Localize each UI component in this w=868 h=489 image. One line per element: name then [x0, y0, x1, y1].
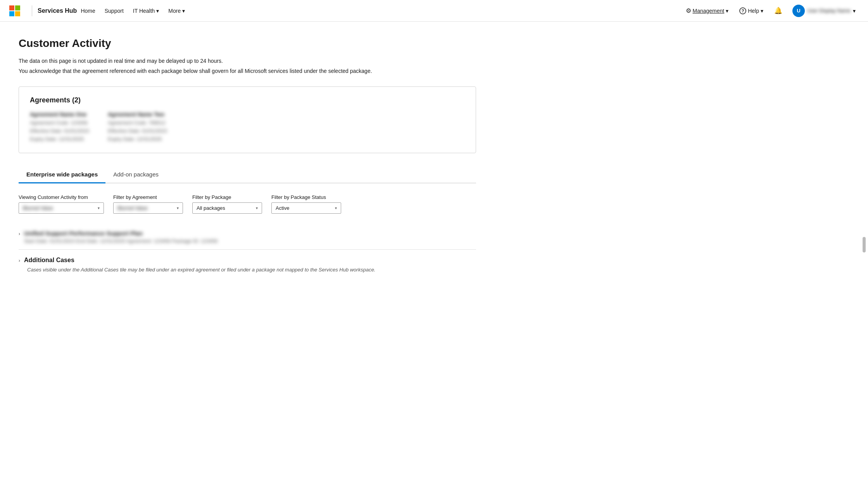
avatar: U	[792, 5, 805, 17]
more-label: More	[168, 8, 181, 14]
tab-enterprise-wide[interactable]: Enterprise wide packages	[19, 167, 105, 183]
nav-links: Home Support IT Health ▾ More ▾	[77, 5, 682, 16]
help-label: Help	[748, 8, 759, 14]
microsoft-logo-icon	[9, 5, 20, 16]
navigation-bar: Services Hub Home Support IT Health ▾ Mo…	[0, 0, 868, 22]
nav-right: ⚙ Management ▾ ? Help ▾ 🔔 U User Display…	[682, 3, 859, 19]
agreement-detail-2b: Effective Date: 01/01/2023	[108, 128, 167, 134]
agreement-detail-1a: Agreement Code: 123456	[30, 120, 89, 126]
agreement-chevron-icon: ▾	[177, 206, 179, 210]
it-health-chevron-icon: ▾	[156, 8, 159, 14]
agreement-detail-2a: Agreement Code: 789012	[108, 120, 167, 126]
package-filter-label: Filter by Package	[192, 194, 262, 200]
svg-rect-3	[15, 11, 20, 16]
additional-cases-desc: Cases visible under the Additional Cases…	[19, 267, 476, 273]
additional-cases-expand-icon: ›	[19, 258, 20, 263]
status-select[interactable]: Active ▾	[271, 202, 341, 214]
agreement-item-2[interactable]: Agreement Name Two Agreement Code: 78901…	[108, 111, 167, 142]
help-circle-icon: ?	[739, 7, 746, 14]
page-title: Customer Activity	[19, 37, 524, 50]
svg-rect-0	[9, 5, 14, 10]
user-menu[interactable]: U User Display Name ▾	[789, 3, 859, 19]
viewing-chevron-icon: ▾	[98, 206, 100, 210]
filter-group-agreement: Filter by Agreement Blurred Value ▾	[113, 194, 183, 214]
agreement-detail-1b: Effective Date: 01/01/2023	[30, 128, 89, 134]
more-chevron-icon: ▾	[182, 8, 185, 14]
package-select[interactable]: All packages ▾	[192, 202, 262, 214]
page-desc-2: You acknowledge that the agreement refer…	[19, 67, 524, 75]
management-button[interactable]: ⚙ Management ▾	[682, 5, 733, 17]
user-chevron-icon: ▾	[853, 8, 856, 14]
management-label: Management	[693, 8, 725, 14]
package-value: All packages	[197, 205, 251, 211]
gear-icon: ⚙	[686, 7, 691, 14]
package-meta: Start Date: 01/01/2023 End Date: 12/31/2…	[24, 238, 217, 244]
tab-addon-packages[interactable]: Add-on packages	[105, 167, 166, 183]
notification-bell-icon: 🔔	[774, 7, 782, 15]
status-filter-label: Filter by Package Status	[271, 194, 341, 200]
it-health-label: IT Health	[133, 8, 155, 14]
additional-cases-header[interactable]: › Additional Cases	[19, 257, 476, 264]
filter-group-status: Filter by Package Status Active ▾	[271, 194, 341, 214]
package-row-1: › Unified Support Performance Support Pl…	[19, 225, 476, 250]
scrollbar[interactable]	[863, 237, 866, 252]
nav-divider	[32, 5, 32, 16]
viewing-label: Viewing Customer Activity from	[19, 194, 104, 200]
filter-group-package: Filter by Package All packages ▾	[192, 194, 262, 214]
main-content: Customer Activity The data on this page …	[0, 22, 543, 300]
agreement-select[interactable]: Blurred Value ▾	[113, 202, 183, 214]
additional-cases-title: Additional Cases	[24, 257, 74, 264]
nav-link-home[interactable]: Home	[77, 5, 99, 16]
filter-group-viewing: Viewing Customer Activity from Blurred V…	[19, 194, 104, 214]
agreement-name-2: Agreement Name Two	[108, 111, 167, 117]
svg-rect-1	[15, 5, 20, 10]
package-header-content: Unified Support Performance Support Plan…	[24, 230, 217, 244]
agreement-detail-1c: Expiry Date: 12/31/2025	[30, 136, 89, 142]
filters-row: Viewing Customer Activity from Blurred V…	[19, 194, 476, 214]
status-value: Active	[276, 205, 330, 211]
agreements-title: Agreements (2)	[30, 96, 465, 104]
status-chevron-icon: ▾	[335, 206, 337, 210]
agreement-item-1[interactable]: Agreement Name One Agreement Code: 12345…	[30, 111, 89, 142]
package-name: Unified Support Performance Support Plan	[24, 230, 217, 237]
agreements-card: Agreements (2) Agreement Name One Agreem…	[19, 86, 476, 153]
nav-brand[interactable]: Services Hub	[38, 7, 77, 14]
packages-section: › Unified Support Performance Support Pl…	[19, 225, 476, 276]
nav-logo[interactable]	[9, 5, 20, 16]
help-chevron-icon: ▾	[761, 8, 763, 14]
nav-link-support[interactable]: Support	[101, 5, 128, 16]
agreement-filter-label: Filter by Agreement	[113, 194, 183, 200]
agreement-value: Blurred Value	[117, 205, 172, 211]
notification-button[interactable]: 🔔	[770, 4, 786, 17]
viewing-value: Blurred Value	[23, 205, 93, 211]
package-chevron-icon: ▾	[256, 206, 258, 210]
management-chevron-icon: ▾	[726, 8, 728, 14]
package-expand-icon: ›	[19, 231, 20, 237]
agreement-name-1: Agreement Name One	[30, 111, 89, 117]
nav-link-it-health[interactable]: IT Health ▾	[129, 5, 163, 16]
agreement-detail-2c: Expiry Date: 12/31/2025	[108, 136, 167, 142]
svg-rect-2	[9, 11, 14, 16]
package-header-1[interactable]: › Unified Support Performance Support Pl…	[19, 230, 476, 244]
viewing-select[interactable]: Blurred Value ▾	[19, 202, 104, 214]
nav-link-more[interactable]: More ▾	[164, 5, 189, 16]
help-button[interactable]: ? Help ▾	[735, 5, 767, 17]
user-name: User Display Name	[807, 8, 851, 14]
tabs-container: Enterprise wide packages Add-on packages	[19, 167, 476, 183]
agreements-grid: Agreement Name One Agreement Code: 12345…	[30, 111, 465, 142]
additional-cases-section: › Additional Cases Cases visible under t…	[19, 250, 476, 276]
page-desc-1: The data on this page is not updated in …	[19, 57, 524, 65]
